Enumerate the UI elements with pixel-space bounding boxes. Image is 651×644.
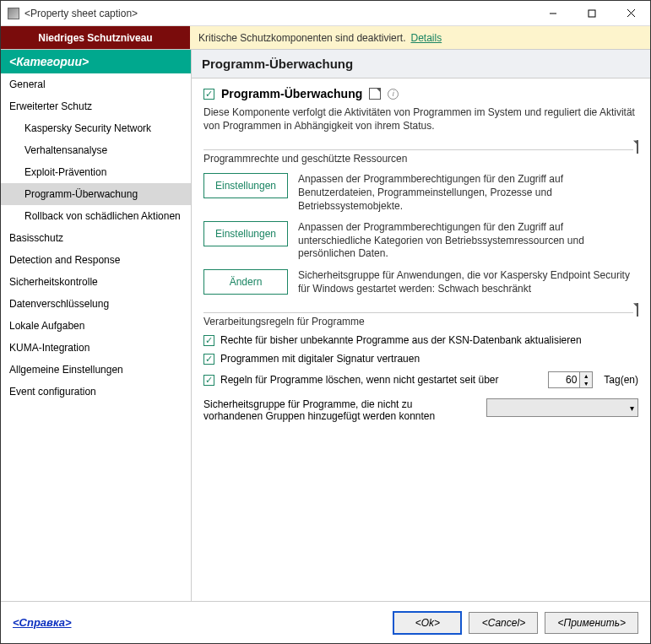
sidebar-item-0[interactable]: General (1, 73, 191, 95)
days-input[interactable] (549, 372, 579, 387)
help-link[interactable]: <Справка> (13, 616, 72, 629)
group1-lock-icon[interactable] (637, 140, 638, 154)
security-group-label: Sicherheitsgruppe für Programme, die nic… (203, 398, 457, 422)
sidebar-item-11[interactable]: Lokale Aufgaben (1, 315, 191, 337)
lock-icon[interactable] (369, 88, 381, 100)
security-group-select[interactable]: ▾ (486, 398, 638, 417)
enable-checkbox[interactable]: ✓ (203, 89, 214, 100)
alert-bar: Niedriges Schutzniveau Kritische Schutzk… (1, 26, 650, 50)
spin-down-icon[interactable]: ▼ (580, 380, 592, 387)
group2-title: Verarbeitungsregeln für Programme (203, 316, 370, 327)
days-spinner[interactable]: ▲ ▼ (548, 371, 593, 388)
settings-desc-0: Anpassen der Programmberechtigungen für … (298, 173, 638, 213)
check-digital-signature-label: Programmen mit digitaler Signatur vertra… (220, 353, 420, 365)
chevron-down-icon: ▾ (630, 403, 634, 413)
group1-title: Programmrechte und geschützte Ressourcen (203, 153, 412, 165)
app-icon (8, 8, 19, 19)
sidebar-item-9[interactable]: Sicherheitskontrolle (1, 271, 191, 293)
sidebar-nav: GeneralErweiterter SchutzKaspersky Secur… (1, 73, 191, 601)
window-title: <Property sheet caption> (24, 8, 138, 19)
sidebar-item-4[interactable]: Exploit-Prävention (1, 161, 191, 183)
check-delete-rules-label: Regeln für Programme löschen, wenn nicht… (220, 374, 499, 386)
check-digital-signature[interactable]: ✓ (203, 354, 214, 365)
apply-button[interactable]: <Применить> (545, 612, 638, 634)
sidebar-item-2[interactable]: Kaspersky Security Network (1, 117, 191, 139)
check-ksn-label: Rechte für bisher unbekannte Programme a… (220, 334, 582, 346)
svg-rect-1 (589, 10, 595, 17)
settings-desc-1: Anpassen der Programmberechtigungen für … (298, 221, 638, 261)
cancel-button[interactable]: <Cancel> (469, 612, 538, 634)
alert-text: Kritische Schutzkomponenten sind deaktiv… (190, 32, 405, 44)
sidebar-item-3[interactable]: Verhaltensanalyse (1, 139, 191, 161)
sidebar-header: <Категории> (1, 50, 191, 73)
alert-details-link[interactable]: Details (410, 32, 442, 44)
check-delete-rules[interactable]: ✓ (203, 375, 214, 386)
minimize-button[interactable] (534, 1, 572, 26)
settings-button-2[interactable]: Ändern (203, 269, 288, 295)
settings-button-1[interactable]: Einstellungen (203, 221, 288, 246)
maximize-button[interactable] (572, 1, 611, 26)
sidebar-item-6[interactable]: Rollback von schädlichen Aktionen (1, 205, 191, 227)
sidebar-item-7[interactable]: Basisschutz (1, 227, 191, 249)
info-icon[interactable]: i (388, 89, 399, 100)
sidebar-item-8[interactable]: Detection and Response (1, 249, 191, 271)
sidebar-item-12[interactable]: KUMA-Integration (1, 337, 191, 359)
sidebar-item-14[interactable]: Event configuration (1, 381, 191, 403)
enable-label: Programm-Überwachung (221, 87, 362, 100)
sidebar-item-10[interactable]: Datenverschlüsselung (1, 293, 191, 315)
spin-up-icon[interactable]: ▲ (580, 372, 592, 380)
component-description: Diese Komponente verfolgt die Aktivitäte… (203, 106, 638, 133)
group2-lock-icon[interactable] (637, 303, 638, 317)
sidebar-item-5[interactable]: Programm-Überwachung (1, 183, 191, 205)
settings-desc-2: Sicherheitsgruppe für Anwendungen, die v… (298, 269, 638, 295)
days-unit: Tag(en) (604, 374, 638, 386)
alert-badge: Niedriges Schutzniveau (1, 26, 190, 49)
check-ksn-update[interactable]: ✓ (203, 335, 214, 346)
titlebar: <Property sheet caption> (1, 1, 650, 26)
sidebar-item-1[interactable]: Erweiterter Schutz (1, 95, 191, 117)
settings-button-0[interactable]: Einstellungen (203, 173, 288, 198)
ok-button[interactable]: <Ok> (393, 611, 462, 635)
sidebar-item-13[interactable]: Allgemeine Einstellungen (1, 359, 191, 381)
close-button[interactable] (611, 1, 650, 26)
content-header: Programm-Überwachung (192, 50, 650, 78)
